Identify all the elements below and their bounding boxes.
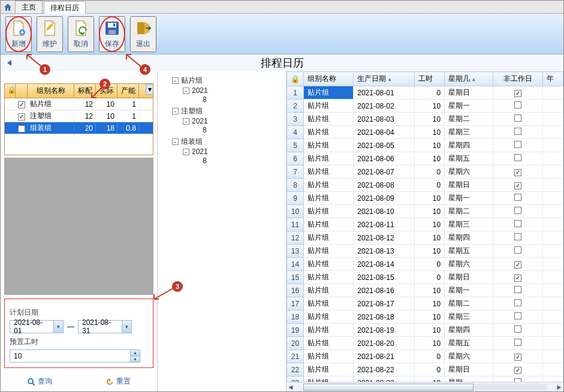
schedule-row[interactable]: 22贴片组2021-08-220星期日✓	[287, 363, 563, 376]
group-grid[interactable]: ▾ 🔒 组别名称 标配 实际 产能 ✓贴片组12101✓注塑组12101✓组装组…	[4, 83, 153, 155]
row-checkbox[interactable]: ✓	[18, 113, 25, 120]
cell-nonwork[interactable]: ✓	[493, 86, 542, 99]
horizontal-scrollbar[interactable]: ◄ ►	[286, 382, 563, 391]
tree-collapse-icon[interactable]: -	[183, 88, 189, 94]
rg-col-nonwork[interactable]: 非工作日	[493, 72, 542, 86]
grid-filter-dropdown[interactable]: ▾	[146, 84, 153, 95]
rg-col-weekday[interactable]: 星期几▲	[445, 72, 493, 86]
maintain-button[interactable]: 维护	[37, 16, 63, 52]
tree-node[interactable]: -注塑组-20218	[172, 105, 282, 136]
rg-col-hours[interactable]: 工时	[414, 72, 444, 86]
schedule-row[interactable]: 8贴片组2021-08-080星期日✓	[287, 179, 563, 192]
tree-node[interactable]: -组装组-20218	[172, 136, 282, 167]
scroll-left-icon[interactable]: ◄	[286, 383, 295, 391]
nav-first-icon[interactable]	[4, 59, 16, 67]
cell-nonwork[interactable]	[493, 192, 542, 205]
save-button[interactable]: 保存	[99, 16, 125, 52]
cell-nonwork[interactable]	[493, 139, 542, 152]
group-row[interactable]: ✓组装组20180.8	[5, 122, 153, 134]
cell-nonwork[interactable]: ✓	[493, 350, 542, 363]
schedule-row[interactable]: 18贴片组2021-08-1810星期三	[287, 310, 563, 324]
schedule-row[interactable]: 23贴片组2021-08-2310星期一	[287, 376, 563, 382]
rg-col-date[interactable]: 生产日期▲	[354, 72, 415, 86]
tab-home[interactable]: 主页	[15, 1, 43, 13]
cell-nonwork[interactable]: ✓	[493, 271, 542, 284]
query-button[interactable]: 查询	[27, 376, 52, 387]
cell-nonwork[interactable]	[493, 218, 542, 231]
cell-nonwork[interactable]	[493, 376, 542, 382]
schedule-row[interactable]: 17贴片组2021-08-1710星期二	[287, 297, 563, 310]
schedule-row[interactable]: 1贴片组2021-08-010星期日✓	[287, 86, 563, 99]
rg-col-name[interactable]: 组别名称	[304, 72, 354, 86]
date-to-dropdown-icon[interactable]: ▾	[122, 321, 131, 333]
schedule-row[interactable]: 4贴片组2021-08-0410星期三	[287, 126, 563, 139]
schedule-row[interactable]: 9贴片组2021-08-0910星期一	[287, 192, 563, 205]
add-button[interactable]: 新增	[5, 16, 32, 52]
cell-nonwork[interactable]	[493, 337, 542, 350]
cell-nonwork[interactable]	[493, 126, 542, 139]
scroll-right-icon[interactable]: ►	[555, 383, 563, 391]
group-tree[interactable]: -贴片组-20218-注塑组-20218-组装组-20218	[161, 75, 282, 167]
cell-nonwork[interactable]	[493, 284, 542, 297]
cell-nonwork[interactable]: ✓	[493, 165, 542, 179]
schedule-row[interactable]: 19贴片组2021-08-1910星期四	[287, 324, 563, 337]
tree-node[interactable]: -20218	[183, 86, 282, 105]
date-to-input[interactable]: 2021-08-31 ▾	[78, 320, 132, 333]
tree-collapse-icon[interactable]: -	[183, 118, 189, 125]
schedule-row[interactable]: 12贴片组2021-08-1210星期四	[287, 231, 563, 245]
cell-nonwork[interactable]	[493, 297, 542, 310]
schedule-row[interactable]: 2贴片组2021-08-0210星期一	[287, 99, 563, 113]
tree-node[interactable]: -20218	[183, 116, 282, 135]
schedule-row[interactable]: 16贴片组2021-08-1610星期一	[287, 284, 563, 297]
cell-nonwork[interactable]	[493, 152, 542, 165]
schedule-row[interactable]: 21贴片组2021-08-210星期六✓	[287, 350, 563, 363]
spin-up-icon[interactable]: ▲	[130, 350, 140, 357]
schedule-row[interactable]: 15贴片组2021-08-150星期日✓	[287, 271, 563, 284]
cell-nonwork[interactable]	[493, 113, 542, 126]
schedule-row[interactable]: 10贴片组2021-08-1010星期二	[287, 205, 563, 218]
tree-node[interactable]: -贴片组-20218	[172, 75, 282, 105]
cell-nonwork[interactable]	[493, 231, 542, 245]
preset-hours-input[interactable]: 10 ▲ ▼	[10, 349, 140, 363]
tree-node[interactable]: -20218	[183, 147, 282, 166]
date-from-dropdown-icon[interactable]: ▾	[53, 321, 63, 333]
cell-nonwork[interactable]	[493, 99, 542, 113]
schedule-row[interactable]: 20贴片组2021-08-2010星期五	[287, 337, 563, 350]
date-from-input[interactable]: 2021-08-01 ▾	[10, 320, 64, 333]
group-row[interactable]: ✓贴片组12101	[5, 98, 153, 110]
schedule-row[interactable]: 14贴片组2021-08-140星期六✓	[287, 258, 563, 271]
row-checkbox[interactable]: ✓	[18, 125, 25, 132]
spin-down-icon[interactable]: ▼	[130, 357, 140, 363]
tree-node[interactable]: 8	[194, 156, 282, 165]
group-row[interactable]: ✓注塑组12101	[5, 110, 153, 122]
cell-nonwork[interactable]	[493, 245, 542, 258]
schedule-row[interactable]: 13贴片组2021-08-1310星期五	[287, 245, 563, 258]
reset-button[interactable]: 重置	[105, 376, 131, 387]
tab-calendar[interactable]: 排程日历	[44, 1, 86, 14]
tree-collapse-icon[interactable]: -	[172, 108, 179, 114]
scroll-thumb[interactable]	[303, 384, 473, 391]
cell-nonwork[interactable]: ✓	[493, 258, 542, 271]
col-name[interactable]: 组别名称	[28, 84, 74, 98]
tree-collapse-icon[interactable]: -	[172, 77, 179, 84]
schedule-row[interactable]: 11贴片组2021-08-1110星期三	[287, 218, 563, 231]
exit-button[interactable]: 退出	[130, 16, 156, 52]
schedule-row[interactable]: 3贴片组2021-08-0310星期二	[287, 113, 563, 126]
cell-nonwork[interactable]: ✓	[493, 363, 542, 376]
tree-collapse-icon[interactable]: -	[183, 149, 189, 155]
cell-nonwork[interactable]: ✓	[493, 179, 542, 192]
tree-node[interactable]: 8	[194, 95, 282, 104]
schedule-row[interactable]: 5贴片组2021-08-0510星期四	[287, 139, 563, 152]
col-cap[interactable]: 产能	[117, 84, 139, 98]
cancel-button[interactable]: 取消	[68, 16, 94, 52]
rg-col-year[interactable]: 年	[542, 72, 563, 86]
schedule-row[interactable]: 7贴片组2021-08-070星期六✓	[287, 165, 563, 179]
cell-nonwork[interactable]	[493, 310, 542, 324]
tree-collapse-icon[interactable]: -	[172, 138, 179, 145]
schedule-row[interactable]: 6贴片组2021-08-0610星期五	[287, 152, 563, 165]
schedule-grid[interactable]: 🔒 组别名称 生产日期▲ 工时 星期几▲ 非工作日 年 1贴片组2021-08-…	[286, 71, 563, 382]
cell-nonwork[interactable]	[493, 205, 542, 218]
tree-node[interactable]: 8	[194, 125, 282, 135]
cell-nonwork[interactable]	[493, 324, 542, 337]
row-checkbox[interactable]: ✓	[18, 101, 25, 108]
